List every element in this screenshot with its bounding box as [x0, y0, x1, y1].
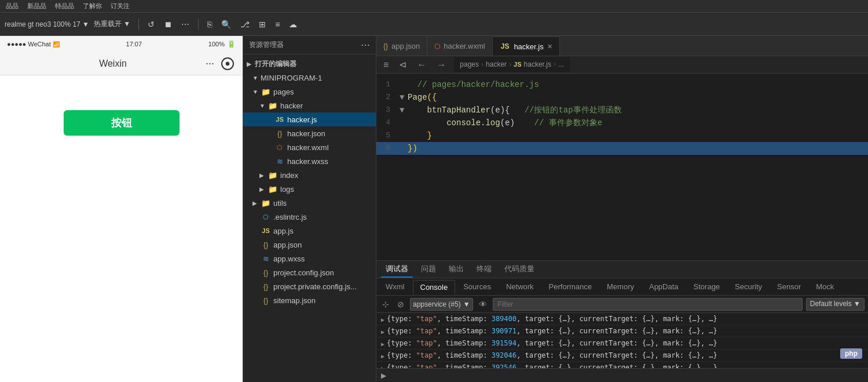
copy-button[interactable]: ⎘: [204, 18, 215, 31]
phone-nav-bar: Weixin ··· ⏺: [0, 52, 243, 75]
menu-item-5[interactable]: 订关注: [111, 2, 130, 10]
service-selector[interactable]: appservice (#5) ▼: [410, 298, 473, 311]
devtools-tab-quality[interactable]: 代码质量: [500, 261, 539, 278]
branch-button[interactable]: ⎇: [237, 18, 252, 31]
devtools-tab-terminal[interactable]: 终端: [472, 261, 496, 278]
search-button[interactable]: 🔍: [218, 18, 234, 31]
device-label[interactable]: realme gt neo3 100% 17 ▼: [5, 20, 89, 28]
menu-item-3[interactable]: 特品品: [55, 2, 74, 10]
console-line-4[interactable]: ▶ {type: "tap", timeStamp: 392046, targe…: [376, 350, 868, 362]
nav-record-icon[interactable]: ⏺: [221, 57, 234, 70]
wechat-button[interactable]: 按钮: [64, 110, 180, 136]
nav-dots-icon[interactable]: ···: [206, 57, 214, 70]
devtools-tab-debugger[interactable]: 调试器: [381, 261, 413, 278]
refresh-button[interactable]: ↺: [145, 18, 158, 31]
tree-item-sitemap[interactable]: {} sitemap.json: [243, 293, 376, 307]
subtab-console[interactable]: Console: [413, 280, 456, 294]
subtab-network[interactable]: Network: [499, 280, 541, 293]
filter-btn-block[interactable]: ⊘: [395, 299, 406, 310]
level-selector[interactable]: Default levels ▼: [806, 298, 865, 311]
breadcrumb-icon: JS: [514, 61, 521, 68]
code-editor[interactable]: 1 // pages/hacker/hacker.js 2 ▼ Page({ 3…: [376, 74, 868, 260]
stop-button[interactable]: ⏹: [161, 18, 175, 31]
project-private-icon: {}: [261, 282, 271, 291]
subtab-appdata[interactable]: AppData: [642, 280, 686, 293]
breadcrumb-file[interactable]: hacker.js: [524, 60, 551, 68]
align-button[interactable]: ≡: [272, 18, 283, 31]
console-line-1[interactable]: ▶ {type: "tap", timeStamp: 389400, targe…: [376, 313, 868, 325]
hacker-js-tab-label: hacker.js: [514, 42, 543, 51]
tree-item-hacker[interactable]: ▼ 📁 hacker: [243, 99, 376, 112]
open-editors-header[interactable]: ▶ 打开的编辑器: [243, 57, 376, 71]
tree-item-app-js[interactable]: JS app.js: [243, 224, 376, 238]
devtools-tab-issues[interactable]: 问题: [416, 261, 441, 278]
editor-tabs: {} app.json ⬡ hacker.wxml JS hacker.js ✕: [376, 36, 868, 56]
console-arrow-2: ▶: [381, 329, 384, 335]
grid-button[interactable]: ⊞: [256, 18, 269, 31]
tree-item-hacker-js[interactable]: JS hacker.js: [243, 112, 376, 126]
tab-close-button[interactable]: ✕: [547, 43, 552, 50]
subtab-memory[interactable]: Memory: [600, 280, 641, 293]
editor-with-devtools: {} app.json ⬡ hacker.wxml JS hacker.js ✕: [376, 36, 868, 382]
filter-btn-pointer[interactable]: ⊹: [380, 299, 391, 310]
line-content-6: }): [408, 142, 429, 155]
console-line-5[interactable]: ▶ {type: "tap", timeStamp: 392546, targe…: [376, 362, 868, 368]
hacker-wxss-label: hacker.wxss: [287, 157, 328, 166]
app-json-label: app.json: [273, 241, 302, 249]
editor-prev-button[interactable]: ←: [415, 59, 428, 71]
tab-hacker-js[interactable]: JS hacker.js ✕: [493, 37, 560, 56]
cloud-button[interactable]: ☁: [286, 18, 300, 31]
tree-item-hacker-json[interactable]: {} hacker.json: [243, 126, 376, 140]
tree-item-project-config[interactable]: {} project.config.json: [243, 265, 376, 279]
sitemap-icon: {}: [261, 296, 271, 305]
tree-item-hacker-wxml[interactable]: ⬡ hacker.wxml: [243, 140, 376, 154]
editor-back-button[interactable]: ⊲: [397, 58, 409, 71]
tab-app-json[interactable]: {} app.json: [376, 37, 427, 56]
battery-icon: 🔋: [227, 40, 236, 48]
app-wxss-icon: ≋: [261, 254, 271, 263]
tree-item-utils[interactable]: ▶ 📁 utils: [243, 196, 376, 210]
phone-signal: ●●●●● WeChat 📶: [7, 41, 60, 48]
tree-item-index[interactable]: ▶ 📁 index: [243, 168, 376, 182]
tree-item-app-wxss[interactable]: ≋ app.wxss: [243, 252, 376, 265]
explorer-more-button[interactable]: ⋯: [361, 39, 370, 50]
tree-item-project-private[interactable]: {} project.private.config.js...: [243, 279, 376, 293]
tree-item-pages[interactable]: ▼ 📁 pages: [243, 85, 376, 99]
menu-item-4[interactable]: 了解你: [83, 2, 102, 10]
subtab-storage[interactable]: Storage: [687, 280, 727, 293]
filter-input[interactable]: [493, 298, 803, 311]
line-num-5: 5: [376, 129, 400, 142]
hot-reload-label[interactable]: 热重载开 ▼: [94, 19, 130, 29]
breadcrumb-more[interactable]: ...: [558, 60, 564, 68]
phone-simulator: ●●●●● WeChat 📶 17:07 100% 🔋 Weixin ··· ⏺…: [0, 36, 243, 382]
console-line-2[interactable]: ▶ {type: "tap", timeStamp: 390971, targe…: [376, 325, 868, 337]
right-panel: {} app.json ⬡ hacker.wxml JS hacker.js ✕: [376, 36, 868, 382]
tree-item-logs[interactable]: ▶ 📁 logs: [243, 182, 376, 196]
breadcrumb-pages[interactable]: pages: [460, 60, 479, 68]
tree-item-hacker-wxss[interactable]: ≋ hacker.wxss: [243, 154, 376, 168]
subtab-performance[interactable]: Performance: [542, 280, 599, 293]
hacker-wxml-tab-icon: ⬡: [434, 42, 440, 50]
editor-menu-button[interactable]: ≡: [381, 59, 391, 71]
filter-eye-button[interactable]: 👁: [477, 299, 489, 310]
editor-next-button[interactable]: →: [434, 59, 448, 71]
console-line-3[interactable]: ▶ {type: "tap", timeStamp: 391594, targe…: [376, 337, 868, 350]
devtools-tab-output[interactable]: 输出: [444, 261, 468, 278]
app-json-tab-icon: {}: [383, 42, 388, 50]
phone-time: 17:07: [126, 41, 142, 48]
breadcrumb-hacker[interactable]: hacker: [486, 60, 507, 68]
tree-item-eslint[interactable]: ⬡ .eslintrc.js: [243, 210, 376, 224]
console-text-2: {type: "tap", timeStamp: 390971, target:…: [387, 327, 863, 335]
tab-hacker-wxml[interactable]: ⬡ hacker.wxml: [427, 37, 493, 56]
project-header[interactable]: ▼ MINIPROGRAM-1: [243, 71, 376, 85]
tree-item-app-json[interactable]: {} app.json: [243, 238, 376, 252]
more-button[interactable]: ⋯: [178, 18, 192, 31]
subtab-mock[interactable]: Mock: [809, 280, 841, 293]
menu-item-1[interactable]: 品品: [6, 2, 19, 10]
menu-item-2[interactable]: 新品品: [27, 2, 46, 10]
subtab-sources[interactable]: Sources: [456, 280, 498, 293]
subtab-security[interactable]: Security: [728, 280, 769, 293]
subtab-wxml[interactable]: Wxml: [379, 280, 412, 293]
hacker-js-label: hacker.js: [287, 115, 317, 124]
subtab-sensor[interactable]: Sensor: [770, 280, 808, 293]
